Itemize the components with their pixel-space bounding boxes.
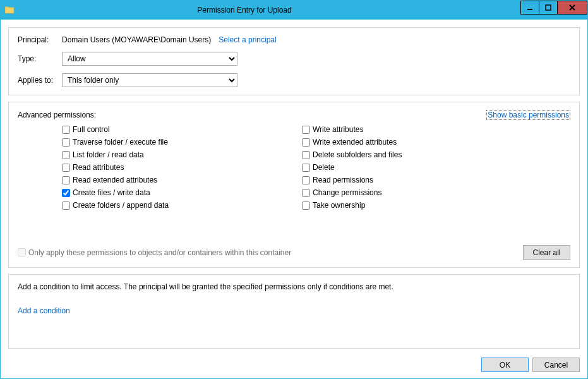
- permission-checkbox[interactable]: [62, 176, 70, 184]
- permission-checkbox[interactable]: [62, 202, 70, 210]
- permission-checkbox[interactable]: [302, 202, 310, 210]
- permission-checkbox[interactable]: [62, 189, 70, 197]
- select-principal-link[interactable]: Select a principal: [219, 35, 276, 44]
- permission-label: Take ownership: [313, 201, 365, 210]
- permission-label: Full control: [73, 125, 110, 134]
- advanced-permissions-header: Advanced permissions:: [18, 111, 96, 119]
- minimize-button[interactable]: [520, 1, 539, 15]
- window-title: Permission Entry for Upload: [0, 6, 521, 15]
- permission-checkbox[interactable]: [302, 189, 310, 197]
- permission-checkbox[interactable]: [62, 126, 70, 134]
- maximize-button[interactable]: [539, 1, 558, 15]
- titlebar: Permission Entry for Upload: [1, 1, 587, 20]
- close-button[interactable]: [557, 1, 587, 15]
- permission-checkbox[interactable]: [302, 126, 310, 134]
- permission-label: List folder / read data: [73, 150, 144, 159]
- permission-label: Create files / write data: [73, 188, 150, 197]
- permission-checkbox[interactable]: [62, 138, 70, 147]
- permissions-header-row: Advanced permissions: Show basic permiss…: [18, 110, 570, 120]
- permission-label: Delete subfolders and files: [313, 150, 402, 159]
- permissions-right-column: Write attributesWrite extended attribute…: [302, 125, 542, 210]
- permission-checkbox[interactable]: [302, 138, 310, 147]
- permission-label: Read attributes: [73, 163, 124, 172]
- permission-item[interactable]: Take ownership: [302, 201, 542, 210]
- only-apply-label: Only apply these permissions to objects …: [18, 248, 291, 257]
- condition-text: Add a condition to limit access. The pri…: [18, 282, 570, 291]
- principal-label: Principal:: [18, 35, 62, 44]
- only-apply-row: Only apply these permissions to objects …: [18, 245, 570, 260]
- add-condition-link[interactable]: Add a condition: [18, 306, 70, 315]
- permission-entry-window: Permission Entry for Upload Principal: D…: [0, 0, 588, 379]
- permission-item[interactable]: Full control: [62, 125, 302, 134]
- permission-label: Read permissions: [313, 176, 373, 184]
- permission-item[interactable]: Read permissions: [302, 176, 542, 184]
- clear-all-button[interactable]: Clear all: [523, 245, 570, 260]
- principal-value: Domain Users (MOYAWARE\Domain Users): [62, 35, 211, 44]
- window-controls: [521, 1, 587, 20]
- permission-item[interactable]: Traverse folder / execute file: [62, 138, 302, 147]
- only-apply-text: Only apply these permissions to objects …: [28, 248, 291, 257]
- applies-to-label: Applies to:: [18, 76, 62, 85]
- only-apply-checkbox: [18, 248, 26, 256]
- permission-item[interactable]: Delete subfolders and files: [302, 150, 542, 159]
- cancel-button[interactable]: Cancel: [532, 358, 580, 372]
- svg-rect-1: [546, 5, 551, 10]
- permission-label: Read extended attributes: [73, 176, 157, 184]
- permission-checkbox[interactable]: [62, 164, 70, 172]
- permission-label: Traverse folder / execute file: [73, 138, 168, 147]
- permission-item[interactable]: Read attributes: [62, 163, 302, 172]
- permission-item[interactable]: Write extended attributes: [302, 138, 542, 147]
- permission-checkbox[interactable]: [302, 176, 310, 184]
- permission-item[interactable]: Write attributes: [302, 125, 542, 134]
- applies-to-row: Applies to: This folder only: [18, 73, 570, 87]
- permissions-left-column: Full controlTraverse folder / execute fi…: [62, 125, 302, 210]
- permission-item[interactable]: Create files / write data: [62, 188, 302, 197]
- advanced-permissions-panel: Advanced permissions: Show basic permiss…: [8, 102, 580, 268]
- permission-item[interactable]: Read extended attributes: [62, 176, 302, 184]
- permission-label: Write extended attributes: [313, 138, 397, 147]
- principal-row: Principal: Domain Users (MOYAWARE\Domain…: [18, 35, 570, 44]
- permission-item[interactable]: Change permissions: [302, 188, 542, 197]
- type-label: Type:: [18, 54, 62, 63]
- permission-checkbox[interactable]: [302, 151, 310, 159]
- body-area: Principal: Domain Users (MOYAWARE\Domain…: [1, 20, 587, 378]
- permission-checkbox[interactable]: [302, 164, 310, 172]
- ok-button[interactable]: OK: [481, 358, 529, 372]
- footer: OK Cancel: [8, 355, 580, 373]
- svg-rect-0: [527, 9, 532, 10]
- type-row: Type: Allow: [18, 52, 570, 66]
- applies-to-select[interactable]: This folder only: [62, 73, 237, 87]
- principal-panel: Principal: Domain Users (MOYAWARE\Domain…: [8, 27, 580, 95]
- condition-panel: Add a condition to limit access. The pri…: [8, 274, 580, 349]
- permission-item[interactable]: Delete: [302, 163, 542, 172]
- permission-item[interactable]: Create folders / append data: [62, 201, 302, 210]
- permission-item[interactable]: List folder / read data: [62, 150, 302, 159]
- permission-checkbox[interactable]: [62, 151, 70, 159]
- show-basic-permissions-link[interactable]: Show basic permissions: [486, 110, 570, 120]
- permission-label: Create folders / append data: [73, 201, 169, 210]
- permissions-grid: Full controlTraverse folder / execute fi…: [18, 125, 570, 210]
- permission-label: Write attributes: [313, 125, 363, 134]
- permission-label: Change permissions: [313, 188, 381, 197]
- type-select[interactable]: Allow: [62, 52, 237, 66]
- permission-label: Delete: [313, 163, 335, 172]
